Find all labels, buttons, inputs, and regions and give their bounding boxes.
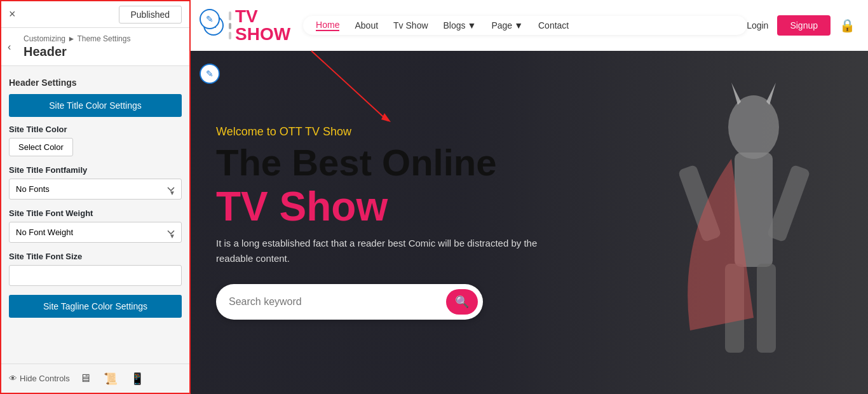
logo-show: SHOW (235, 25, 290, 43)
site-title-color-label: Site Title Color (9, 125, 182, 134)
site-title-fontfamily-label: Site Title Fontfamily (9, 165, 182, 175)
customizer-panel: × Published ‹ Customizing ► Theme Settin… (0, 0, 191, 394)
published-button[interactable]: Published (119, 6, 182, 24)
hero-title: The Best Online (216, 144, 546, 182)
logo-text: TV SHOW (235, 8, 290, 43)
font-family-wrapper: No Fonts (9, 179, 182, 208)
back-arrow-icon[interactable]: ‹ (8, 41, 11, 53)
tablet-view-button[interactable]: 📜 (100, 370, 121, 387)
top-bar: × Published (1, 1, 189, 28)
logo-lines (229, 11, 231, 39)
panel-title: Header (24, 44, 182, 59)
hide-controls-button[interactable]: 👁 Hide Controls (9, 374, 70, 383)
preview-area: ✎ ✎ TV SHOW Hom (191, 0, 868, 394)
cart-icon[interactable]: 🔒 (839, 18, 855, 33)
hero-section: ✎ (191, 51, 868, 394)
search-input[interactable] (229, 296, 446, 308)
hero-subtitle: Welcome to OTT TV Show (216, 125, 546, 139)
svg-rect-5 (766, 164, 810, 242)
breadcrumb: Customizing ► Theme Settings (24, 34, 182, 43)
logo-line-3 (229, 32, 231, 39)
select-color-button[interactable]: Select Color (9, 138, 73, 156)
logo-line-2 (229, 23, 231, 29)
navigation-bar: Home About Tv Show Blogs ▼ Page ▼ Contac… (303, 16, 747, 35)
site-title-fontweight-label: Site Title Font Weight (9, 208, 182, 218)
signup-button[interactable]: Signup (777, 15, 831, 36)
search-button[interactable]: 🔍 (446, 289, 478, 315)
panel-content: Header Settings Site Title Color Setting… (1, 66, 189, 363)
nav-item-contact[interactable]: Contact (538, 20, 569, 31)
close-button[interactable]: × (9, 8, 16, 21)
edit-pencil-top[interactable]: ✎ (200, 9, 220, 29)
search-bar: 🔍 (216, 284, 483, 320)
login-link[interactable]: Login (747, 20, 768, 31)
hero-description: It is a long established fact that a rea… (216, 236, 546, 266)
hero-title-colored: TV Show (216, 186, 546, 227)
breadcrumb-area: ‹ Customizing ► Theme Settings Header (1, 28, 189, 66)
header-settings-label: Header Settings (9, 78, 182, 88)
edit-pencil-hero[interactable]: ✎ (200, 64, 220, 84)
site-tagline-color-settings-button[interactable]: Site Tagline Color Settings (9, 295, 182, 318)
site-header: ✎ TV SHOW Home About Tv (191, 0, 868, 51)
hero-content: Welcome to OTT TV Show The Best Online T… (216, 125, 546, 320)
font-weight-wrapper: No Font Weight (9, 222, 182, 252)
font-size-input[interactable] (9, 265, 182, 286)
hero-subtitle-colored: Show (323, 125, 351, 138)
site-title-fontsize-label: Site Title Font Size (9, 252, 182, 261)
nav-item-blogs[interactable]: Blogs ▼ (444, 20, 477, 31)
svg-marker-9 (766, 83, 776, 105)
nav-item-page[interactable]: Page ▼ (491, 20, 523, 31)
mobile-view-button[interactable]: 📱 (127, 370, 147, 387)
nav-right: Login Signup 🔒 (747, 15, 855, 36)
logo-area: TV SHOW (229, 8, 290, 43)
nav-item-home[interactable]: Home (316, 20, 339, 31)
logo-tv: TV (235, 8, 290, 25)
eye-icon: 👁 (9, 374, 17, 383)
site-title-color-settings-button[interactable]: Site Title Color Settings (9, 94, 182, 117)
font-family-select[interactable]: No Fonts (9, 179, 182, 200)
font-weight-select[interactable]: No Font Weight (9, 222, 182, 243)
preview-inner: ✎ ✎ TV SHOW Hom (191, 0, 868, 394)
svg-marker-8 (731, 83, 741, 105)
warrior-graphic (627, 76, 843, 394)
svg-rect-7 (757, 264, 776, 353)
bottom-bar: 👁 Hide Controls 🖥 📜 📱 (1, 363, 189, 393)
svg-point-2 (728, 95, 779, 159)
logo-line-1 (229, 11, 231, 20)
nav-item-tvshow[interactable]: Tv Show (393, 20, 428, 31)
desktop-view-button[interactable]: 🖥 (76, 370, 94, 386)
nav-item-about[interactable]: About (355, 20, 378, 31)
search-icon: 🔍 (455, 295, 469, 309)
